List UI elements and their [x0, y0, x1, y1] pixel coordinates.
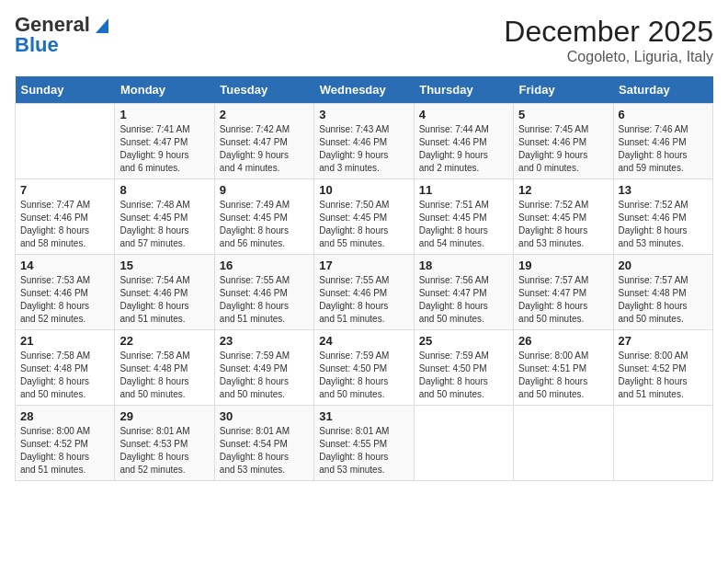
day-number: 24	[319, 334, 408, 348]
calendar-cell: 20Sunrise: 7:57 AM Sunset: 4:48 PM Dayli…	[613, 255, 712, 330]
day-number: 14	[20, 259, 109, 272]
calendar-cell: 19Sunrise: 7:57 AM Sunset: 4:47 PM Dayli…	[514, 255, 613, 330]
calendar-cell: 3Sunrise: 7:43 AM Sunset: 4:46 PM Daylig…	[314, 104, 414, 179]
day-info: Sunrise: 7:54 AM Sunset: 4:46 PM Dayligh…	[119, 274, 209, 326]
header-saturday: Saturday	[613, 76, 712, 104]
day-info: Sunrise: 7:59 AM Sunset: 4:50 PM Dayligh…	[319, 350, 408, 401]
day-number: 20	[619, 259, 708, 272]
day-number: 8	[119, 183, 209, 197]
month-title: December 2025	[504, 15, 713, 49]
calendar-cell: 21Sunrise: 7:58 AM Sunset: 4:48 PM Dayli…	[16, 330, 115, 406]
calendar-cell: 27Sunrise: 8:00 AM Sunset: 4:52 PM Dayli…	[613, 330, 712, 406]
day-number: 26	[518, 334, 608, 348]
calendar-cell: 18Sunrise: 7:56 AM Sunset: 4:47 PM Dayli…	[414, 255, 513, 330]
day-number: 21	[20, 334, 109, 348]
day-number: 12	[518, 183, 608, 197]
day-number: 17	[319, 259, 408, 272]
calendar-cell: 26Sunrise: 8:00 AM Sunset: 4:51 PM Dayli…	[514, 330, 613, 406]
calendar-cell: 23Sunrise: 7:59 AM Sunset: 4:49 PM Dayli…	[214, 330, 313, 406]
day-info: Sunrise: 7:55 AM Sunset: 4:46 PM Dayligh…	[220, 274, 309, 326]
calendar-cell: 5Sunrise: 7:45 AM Sunset: 4:46 PM Daylig…	[514, 104, 613, 179]
day-number: 30	[220, 409, 309, 423]
header-friday: Friday	[514, 76, 613, 104]
calendar-week-1: 7Sunrise: 7:47 AM Sunset: 4:46 PM Daylig…	[16, 179, 713, 255]
calendar-body: 1Sunrise: 7:41 AM Sunset: 4:47 PM Daylig…	[16, 104, 713, 481]
day-number: 9	[220, 183, 309, 197]
calendar-cell: 13Sunrise: 7:52 AM Sunset: 4:46 PM Dayli…	[613, 179, 712, 255]
day-number: 31	[319, 409, 408, 423]
day-number: 4	[419, 108, 508, 121]
day-number: 29	[119, 409, 209, 423]
header-thursday: Thursday	[414, 76, 513, 104]
calendar-cell: 4Sunrise: 7:44 AM Sunset: 4:46 PM Daylig…	[414, 104, 513, 179]
day-info: Sunrise: 7:55 AM Sunset: 4:46 PM Dayligh…	[319, 274, 408, 326]
calendar-cell: 25Sunrise: 7:59 AM Sunset: 4:50 PM Dayli…	[414, 330, 513, 406]
day-number: 27	[619, 334, 708, 348]
day-info: Sunrise: 7:42 AM Sunset: 4:47 PM Dayligh…	[220, 123, 309, 175]
day-number: 28	[20, 409, 109, 423]
svg-marker-0	[96, 18, 108, 33]
day-number: 25	[419, 334, 508, 348]
day-number: 6	[619, 108, 708, 121]
day-info: Sunrise: 7:47 AM Sunset: 4:46 PM Dayligh…	[20, 199, 109, 250]
day-info: Sunrise: 7:57 AM Sunset: 4:47 PM Dayligh…	[518, 274, 608, 326]
day-info: Sunrise: 7:59 AM Sunset: 4:50 PM Dayligh…	[419, 350, 508, 401]
calendar-week-3: 21Sunrise: 7:58 AM Sunset: 4:48 PM Dayli…	[16, 330, 713, 406]
location-title: Cogoleto, Liguria, Italy	[504, 49, 713, 65]
calendar-cell: 17Sunrise: 7:55 AM Sunset: 4:46 PM Dayli…	[314, 255, 414, 330]
logo-blue-text: Blue	[15, 35, 59, 55]
day-number: 22	[119, 334, 209, 348]
day-info: Sunrise: 7:53 AM Sunset: 4:46 PM Dayligh…	[20, 274, 109, 326]
calendar-cell: 12Sunrise: 7:52 AM Sunset: 4:45 PM Dayli…	[514, 179, 613, 255]
day-info: Sunrise: 7:58 AM Sunset: 4:48 PM Dayligh…	[20, 350, 109, 401]
header-monday: Monday	[115, 76, 214, 104]
day-number: 11	[419, 183, 508, 197]
day-info: Sunrise: 7:52 AM Sunset: 4:46 PM Dayligh…	[619, 199, 708, 250]
day-info: Sunrise: 7:43 AM Sunset: 4:46 PM Dayligh…	[319, 123, 408, 175]
calendar-week-4: 28Sunrise: 8:00 AM Sunset: 4:52 PM Dayli…	[16, 406, 713, 481]
calendar-cell: 1Sunrise: 7:41 AM Sunset: 4:47 PM Daylig…	[115, 104, 214, 179]
calendar-cell: 11Sunrise: 7:51 AM Sunset: 4:45 PM Dayli…	[414, 179, 513, 255]
calendar-cell	[613, 406, 712, 481]
calendar-cell: 6Sunrise: 7:46 AM Sunset: 4:46 PM Daylig…	[613, 104, 712, 179]
calendar-cell: 7Sunrise: 7:47 AM Sunset: 4:46 PM Daylig…	[16, 179, 115, 255]
calendar-cell: 29Sunrise: 8:01 AM Sunset: 4:53 PM Dayli…	[115, 406, 214, 481]
calendar-cell: 16Sunrise: 7:55 AM Sunset: 4:46 PM Dayli…	[214, 255, 313, 330]
day-info: Sunrise: 7:45 AM Sunset: 4:46 PM Dayligh…	[518, 123, 608, 175]
day-number: 5	[518, 108, 608, 121]
day-number: 1	[119, 108, 209, 121]
title-block: December 2025 Cogoleto, Liguria, Italy	[504, 15, 713, 65]
day-number: 16	[220, 259, 309, 272]
calendar-table: Sunday Monday Tuesday Wednesday Thursday…	[15, 76, 713, 481]
calendar-week-2: 14Sunrise: 7:53 AM Sunset: 4:46 PM Dayli…	[16, 255, 713, 330]
day-number: 23	[220, 334, 309, 348]
calendar-cell: 28Sunrise: 8:00 AM Sunset: 4:52 PM Dayli…	[16, 406, 115, 481]
header-tuesday: Tuesday	[214, 76, 313, 104]
calendar-cell: 10Sunrise: 7:50 AM Sunset: 4:45 PM Dayli…	[314, 179, 414, 255]
day-number: 2	[220, 108, 309, 121]
header-row: Sunday Monday Tuesday Wednesday Thursday…	[16, 76, 713, 104]
day-info: Sunrise: 7:57 AM Sunset: 4:48 PM Dayligh…	[619, 274, 708, 326]
page-header: General Blue December 2025 Cogoleto, Lig…	[15, 15, 713, 65]
day-info: Sunrise: 7:59 AM Sunset: 4:49 PM Dayligh…	[220, 350, 309, 401]
calendar-cell: 24Sunrise: 7:59 AM Sunset: 4:50 PM Dayli…	[314, 330, 414, 406]
day-info: Sunrise: 8:00 AM Sunset: 4:51 PM Dayligh…	[518, 350, 608, 401]
calendar-week-0: 1Sunrise: 7:41 AM Sunset: 4:47 PM Daylig…	[16, 104, 713, 179]
day-info: Sunrise: 7:50 AM Sunset: 4:45 PM Dayligh…	[319, 199, 408, 250]
day-number: 10	[319, 183, 408, 197]
calendar-cell	[514, 406, 613, 481]
calendar-cell	[16, 104, 115, 179]
day-info: Sunrise: 8:00 AM Sunset: 4:52 PM Dayligh…	[619, 350, 708, 401]
calendar-cell: 30Sunrise: 8:01 AM Sunset: 4:54 PM Dayli…	[214, 406, 313, 481]
header-wednesday: Wednesday	[314, 76, 414, 104]
day-number: 3	[319, 108, 408, 121]
day-info: Sunrise: 8:00 AM Sunset: 4:52 PM Dayligh…	[20, 425, 109, 477]
day-info: Sunrise: 7:51 AM Sunset: 4:45 PM Dayligh…	[419, 199, 508, 250]
day-info: Sunrise: 7:56 AM Sunset: 4:47 PM Dayligh…	[419, 274, 508, 326]
calendar-cell	[414, 406, 513, 481]
day-info: Sunrise: 8:01 AM Sunset: 4:55 PM Dayligh…	[319, 425, 408, 477]
day-info: Sunrise: 7:52 AM Sunset: 4:45 PM Dayligh…	[518, 199, 608, 250]
logo-general-text: General	[15, 15, 90, 35]
day-info: Sunrise: 7:44 AM Sunset: 4:46 PM Dayligh…	[419, 123, 508, 175]
calendar-cell: 22Sunrise: 7:58 AM Sunset: 4:48 PM Dayli…	[115, 330, 214, 406]
